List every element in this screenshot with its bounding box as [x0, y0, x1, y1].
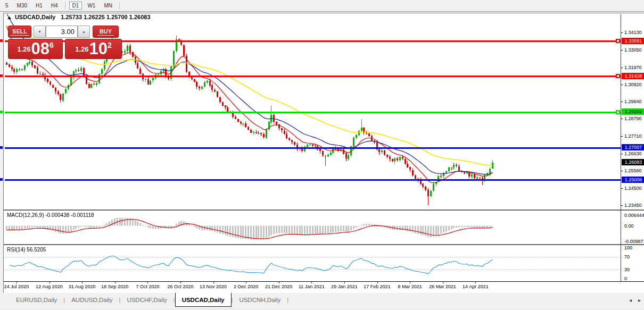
date-axis-tick: [16, 282, 17, 283]
price-axis-tick: [621, 102, 623, 102]
tab-audusd[interactable]: AUDUSD,Daily: [65, 293, 119, 307]
date-axis-label: 2 Dec 2020: [234, 284, 258, 289]
chart-window: ▲USDCAD,Daily1.25733 1.26225 1.25700 1.2…: [3, 13, 644, 294]
date-axis-tick: [115, 282, 115, 283]
chart-title-row: ▲USDCAD,Daily1.25733 1.26225 1.25700 1.2…: [7, 14, 151, 21]
price-axis-label: 1.26630: [624, 151, 642, 156]
date-axis-tick: [443, 282, 443, 283]
volume-decrease-button[interactable]: ▾: [34, 26, 46, 38]
macd-axis-label: -0.009871: [624, 239, 644, 244]
hline-drag-handle[interactable]: [0, 146, 3, 149]
chart-tab-bar: EURUSD,Daily|AUDUSD,Daily|USDCHF,Daily|U…: [0, 293, 644, 307]
date-axis-separator: [4, 281, 644, 282]
rsi-canvas[interactable]: [5, 245, 621, 281]
date-axis-label: 29 Jan 2021: [331, 284, 358, 289]
date-axis-label: 21 Dec 2020: [265, 284, 292, 289]
chevron-down-icon: ▾: [38, 29, 40, 34]
price-level-chip: 1.29202: [622, 108, 644, 115]
timeframe-button-h1[interactable]: H1: [32, 2, 46, 10]
date-axis-label: 11 Jan 2021: [299, 284, 325, 289]
price-axis-label: 1.29840: [624, 99, 642, 104]
price-level-chip: 1.33591: [622, 38, 644, 44]
panel-separator[interactable]: [4, 210, 644, 211]
price-level-chip: 1.25006: [622, 177, 644, 183]
timeframe-toolbar: 5M30H1H4D1W1MN: [0, 0, 644, 12]
tab-usdchf[interactable]: USDCHF,Daily: [120, 293, 173, 307]
macd-canvas[interactable]: [5, 211, 621, 244]
rsi-axis-label: 0: [624, 276, 627, 281]
macd-label: MACD(12,26,9) -0.000438 -0.001118: [7, 212, 94, 218]
rsi-axis-label: 70: [624, 254, 630, 259]
buy-price-display[interactable]: 1.26102: [65, 39, 122, 59]
date-axis-label: 17 Feb 2021: [364, 284, 391, 289]
price-axis-label: 1.24500: [624, 186, 642, 191]
date-axis-label: 24 Jul 2020: [4, 284, 29, 289]
date-axis-label: 26 Mar 2021: [430, 284, 457, 289]
rsi-axis-label: 30: [624, 267, 630, 272]
date-axis-tick: [49, 282, 50, 283]
timeframe-button-m30[interactable]: M30: [14, 2, 30, 10]
date-axis-label: 31 Aug 2020: [69, 284, 96, 289]
date-axis-tick: [344, 282, 345, 283]
hline-drag-handle[interactable]: [0, 74, 3, 77]
date-axis-label: 26 Oct 2020: [167, 284, 193, 289]
date-axis-tick: [213, 282, 214, 283]
rsi-label: RSI(14) 56.5205: [7, 247, 46, 253]
status-strip: [0, 307, 644, 310]
price-axis-tick: [621, 171, 623, 171]
date-axis-label: 8 Mar 2021: [398, 284, 422, 289]
trading-platform: 5M30H1H4D1W1MN ▲USDCAD,Daily1.25733 1.26…: [0, 0, 644, 310]
tab-eurusd[interactable]: EURUSD,Daily: [10, 293, 63, 307]
price-axis-tick: [621, 32, 623, 33]
timeframe-button-w1[interactable]: W1: [84, 2, 98, 10]
panel-separator[interactable]: [4, 244, 644, 245]
price-level-chip: 1.26083: [622, 159, 644, 165]
volume-input[interactable]: [46, 26, 78, 38]
price-axis-label: 1.34130: [624, 30, 642, 35]
price-axis-tick: [621, 50, 623, 51]
tab-usdcnh[interactable]: USDCNH,Daily: [233, 293, 287, 307]
price-axis-label: 1.25580: [624, 168, 642, 173]
hline-drag-handle[interactable]: [0, 39, 3, 42]
tab-usdcad[interactable]: USDCAD,Daily: [175, 293, 232, 307]
timeframe-button-mn[interactable]: MN: [101, 2, 115, 10]
date-axis-tick: [377, 282, 378, 283]
price-axis-border: [621, 14, 621, 281]
price-axis-tick: [621, 188, 623, 189]
toolbar-separator: [65, 2, 65, 10]
tab-scroll-arrows: ◂ ▸: [629, 293, 641, 307]
tab-scroll-right-icon[interactable]: ▸: [638, 297, 641, 303]
date-axis-tick: [82, 282, 82, 283]
macd-axis-label: 0.006444: [624, 213, 644, 218]
price-axis-tick: [621, 119, 623, 119]
chart-ohlc-values: 1.25733 1.26225 1.25700 1.26083: [61, 14, 150, 20]
rsi-axis-label: 100: [624, 245, 632, 250]
macd-axis-label: 0.00: [624, 223, 634, 229]
sell-price-display[interactable]: 1.26086: [8, 39, 63, 59]
price-axis-tick: [621, 136, 623, 137]
hline-drag-handle[interactable]: [0, 111, 3, 113]
price-axis-tick: [621, 68, 623, 68]
timeframe-button-d1[interactable]: D1: [69, 2, 82, 10]
date-axis-tick: [279, 282, 279, 283]
date-axis-tick: [147, 282, 148, 283]
volume-increase-button[interactable]: ▴: [78, 26, 90, 38]
tab-scroll-left-icon[interactable]: ◂: [629, 297, 632, 303]
date-axis-tick: [311, 282, 312, 283]
price-axis-tick: [621, 85, 623, 85]
timeframe-button-h4[interactable]: H4: [48, 2, 61, 10]
timeframe-button-5[interactable]: 5: [2, 2, 12, 10]
hline-drag-handle[interactable]: [0, 178, 3, 181]
buy-button[interactable]: BUY: [93, 26, 119, 38]
date-axis-tick: [180, 282, 181, 283]
toolbar-separator: [119, 2, 120, 10]
date-axis-tick: [475, 282, 476, 283]
price-axis-label: 1.27710: [624, 133, 642, 139]
date-axis-tick: [246, 282, 246, 283]
sell-button[interactable]: SELL: [8, 26, 31, 38]
chevron-up-icon: ▴: [82, 29, 85, 34]
date-axis-label: 18 Sep 2020: [101, 284, 128, 289]
price-axis-label: 1.23450: [624, 203, 642, 208]
tab-separator: |: [287, 293, 288, 307]
chart-symbol-title: USDCAD,Daily: [15, 14, 55, 20]
